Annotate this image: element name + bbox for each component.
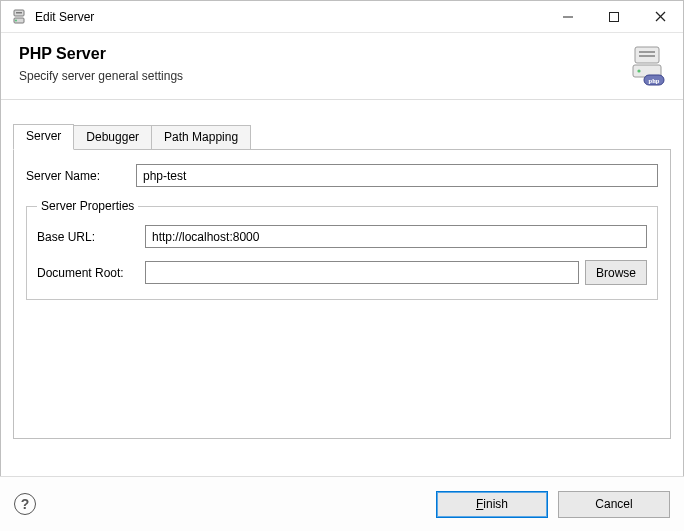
- svg-point-3: [15, 19, 17, 21]
- svg-rect-5: [610, 12, 619, 21]
- app-icon: [11, 9, 27, 25]
- tab-debugger[interactable]: Debugger: [73, 125, 152, 149]
- banner: PHP Server Specify server general settin…: [1, 33, 683, 100]
- document-root-input[interactable]: [145, 261, 579, 284]
- server-name-input[interactable]: [136, 164, 658, 187]
- base-url-label: Base URL:: [37, 230, 145, 244]
- page-title: PHP Server: [19, 45, 665, 63]
- svg-text:php: php: [649, 77, 660, 84]
- window-title: Edit Server: [35, 10, 94, 24]
- content-area: Server Debugger Path Mapping Server Name…: [1, 124, 683, 439]
- server-properties-legend: Server Properties: [37, 199, 138, 213]
- document-root-label: Document Root:: [37, 266, 145, 280]
- cancel-button[interactable]: Cancel: [558, 491, 670, 518]
- dialog-footer: ? Finish Cancel: [0, 476, 684, 531]
- minimize-button[interactable]: [545, 1, 591, 33]
- svg-rect-9: [639, 51, 655, 53]
- titlebar: Edit Server: [1, 1, 683, 33]
- base-url-input[interactable]: [145, 225, 647, 248]
- tab-strip: Server Debugger Path Mapping: [13, 124, 671, 149]
- tab-server[interactable]: Server: [13, 124, 74, 150]
- maximize-button[interactable]: [591, 1, 637, 33]
- svg-point-12: [637, 69, 640, 72]
- browse-button[interactable]: Browse: [585, 260, 647, 285]
- tab-panel-server: Server Name: Server Properties Base URL:…: [13, 149, 671, 439]
- page-subtitle: Specify server general settings: [19, 69, 665, 83]
- close-button[interactable]: [637, 1, 683, 33]
- svg-rect-2: [16, 12, 22, 14]
- tab-path-mapping[interactable]: Path Mapping: [151, 125, 251, 149]
- finish-button[interactable]: Finish: [436, 491, 548, 518]
- svg-rect-10: [639, 55, 655, 57]
- php-server-icon: php: [623, 43, 669, 89]
- server-name-label: Server Name:: [26, 169, 136, 183]
- help-icon[interactable]: ?: [14, 493, 36, 515]
- server-properties-group: Server Properties Base URL: Document Roo…: [26, 199, 658, 300]
